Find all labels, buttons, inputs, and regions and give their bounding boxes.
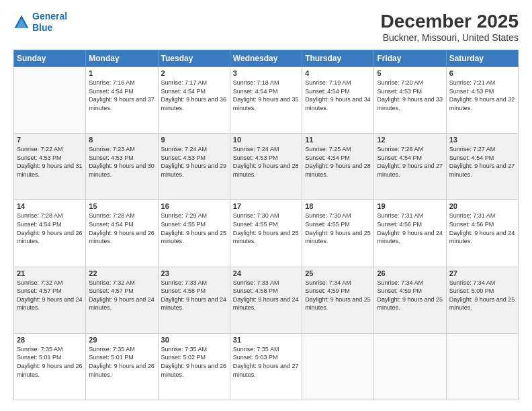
table-row: 1Sunrise: 7:16 AMSunset: 4:54 PMDaylight… (86, 67, 158, 134)
day-number: 9 (161, 136, 227, 144)
day-info: Sunrise: 7:35 AMSunset: 5:02 PMDaylight:… (161, 345, 227, 379)
day-info: Sunrise: 7:26 AMSunset: 4:54 PMDaylight:… (377, 145, 443, 179)
day-info: Sunrise: 7:18 AMSunset: 4:54 PMDaylight:… (233, 79, 299, 112)
col-wednesday: Wednesday (230, 50, 302, 67)
logo-icon (13, 14, 30, 30)
table-row: 12Sunrise: 7:26 AMSunset: 4:54 PMDayligh… (374, 134, 446, 200)
day-info: Sunrise: 7:21 AMSunset: 4:53 PMDaylight:… (449, 79, 515, 112)
table-row: 11Sunrise: 7:25 AMSunset: 4:54 PMDayligh… (302, 134, 374, 200)
day-info: Sunrise: 7:35 AMSunset: 5:01 PMDaylight:… (17, 345, 83, 379)
col-monday: Monday (86, 50, 158, 67)
day-number: 29 (89, 336, 154, 344)
table-row: 23Sunrise: 7:33 AMSunset: 4:58 PMDayligh… (158, 267, 230, 333)
day-number: 5 (377, 69, 443, 77)
table-row: 22Sunrise: 7:32 AMSunset: 4:57 PMDayligh… (86, 267, 158, 333)
table-row (14, 67, 86, 134)
logo-line1: General (32, 11, 67, 21)
col-tuesday: Tuesday (158, 50, 230, 67)
day-info: Sunrise: 7:24 AMSunset: 4:53 PMDaylight:… (233, 145, 299, 179)
table-row: 30Sunrise: 7:35 AMSunset: 5:02 PMDayligh… (158, 333, 230, 400)
day-info: Sunrise: 7:23 AMSunset: 4:53 PMDaylight:… (89, 145, 154, 179)
table-row: 16Sunrise: 7:29 AMSunset: 4:55 PMDayligh… (158, 200, 230, 267)
day-info: Sunrise: 7:28 AMSunset: 4:54 PMDaylight:… (89, 212, 154, 245)
table-row: 4Sunrise: 7:19 AMSunset: 4:54 PMDaylight… (302, 67, 374, 134)
day-info: Sunrise: 7:17 AMSunset: 4:54 PMDaylight:… (161, 79, 227, 112)
calendar-week-row: 21Sunrise: 7:32 AMSunset: 4:57 PMDayligh… (14, 267, 519, 333)
calendar-table: Sunday Monday Tuesday Wednesday Thursday… (13, 50, 519, 400)
table-row: 2Sunrise: 7:17 AMSunset: 4:54 PMDaylight… (158, 67, 230, 134)
day-number: 12 (377, 136, 443, 144)
table-row (302, 333, 374, 400)
day-number: 3 (233, 69, 299, 77)
day-number: 23 (161, 269, 227, 277)
header: General Blue December 2025 Buckner, Miss… (13, 11, 519, 43)
calendar-week-row: 28Sunrise: 7:35 AMSunset: 5:01 PMDayligh… (14, 333, 519, 400)
table-row: 15Sunrise: 7:28 AMSunset: 4:54 PMDayligh… (86, 200, 158, 267)
day-info: Sunrise: 7:19 AMSunset: 4:54 PMDaylight:… (305, 79, 371, 112)
calendar-week-row: 1Sunrise: 7:16 AMSunset: 4:54 PMDaylight… (14, 67, 519, 134)
day-number: 4 (305, 69, 371, 77)
col-friday: Friday (374, 50, 446, 67)
col-thursday: Thursday (302, 50, 374, 67)
day-info: Sunrise: 7:20 AMSunset: 4:53 PMDaylight:… (377, 79, 443, 112)
title-block: December 2025 Buckner, Missouri, United … (381, 11, 519, 43)
day-number: 20 (449, 202, 515, 210)
day-number: 18 (305, 202, 371, 210)
calendar-header-row: Sunday Monday Tuesday Wednesday Thursday… (14, 50, 519, 67)
day-number: 14 (17, 202, 83, 210)
table-row: 18Sunrise: 7:30 AMSunset: 4:55 PMDayligh… (302, 200, 374, 267)
day-number: 8 (89, 136, 154, 144)
day-info: Sunrise: 7:24 AMSunset: 4:53 PMDaylight:… (161, 145, 227, 179)
logo-line2: Blue (32, 22, 52, 33)
table-row (446, 333, 518, 400)
day-info: Sunrise: 7:34 AMSunset: 4:59 PMDaylight:… (377, 279, 443, 312)
table-row: 20Sunrise: 7:31 AMSunset: 4:56 PMDayligh… (446, 200, 518, 267)
month-title: December 2025 (381, 11, 519, 32)
day-info: Sunrise: 7:30 AMSunset: 4:55 PMDaylight:… (305, 212, 371, 245)
table-row: 28Sunrise: 7:35 AMSunset: 5:01 PMDayligh… (14, 333, 86, 400)
table-row: 19Sunrise: 7:31 AMSunset: 4:56 PMDayligh… (374, 200, 446, 267)
table-row: 10Sunrise: 7:24 AMSunset: 4:53 PMDayligh… (230, 134, 302, 200)
day-number: 22 (89, 269, 154, 277)
table-row (374, 333, 446, 400)
table-row: 31Sunrise: 7:35 AMSunset: 5:03 PMDayligh… (230, 333, 302, 400)
day-info: Sunrise: 7:16 AMSunset: 4:54 PMDaylight:… (89, 79, 154, 112)
day-info: Sunrise: 7:28 AMSunset: 4:54 PMDaylight:… (17, 212, 83, 245)
day-info: Sunrise: 7:22 AMSunset: 4:53 PMDaylight:… (17, 145, 83, 179)
day-number: 21 (17, 269, 83, 277)
day-info: Sunrise: 7:33 AMSunset: 4:58 PMDaylight:… (161, 279, 227, 312)
day-number: 6 (449, 69, 515, 77)
table-row: 8Sunrise: 7:23 AMSunset: 4:53 PMDaylight… (86, 134, 158, 200)
day-number: 1 (89, 69, 154, 77)
day-number: 13 (449, 136, 515, 144)
table-row: 17Sunrise: 7:30 AMSunset: 4:55 PMDayligh… (230, 200, 302, 267)
day-number: 30 (161, 336, 227, 344)
day-info: Sunrise: 7:34 AMSunset: 4:59 PMDaylight:… (305, 279, 371, 312)
day-number: 17 (233, 202, 299, 210)
day-info: Sunrise: 7:29 AMSunset: 4:55 PMDaylight:… (161, 212, 227, 245)
day-number: 16 (161, 202, 227, 210)
col-saturday: Saturday (446, 50, 518, 67)
day-info: Sunrise: 7:27 AMSunset: 4:54 PMDaylight:… (449, 145, 515, 179)
calendar-week-row: 7Sunrise: 7:22 AMSunset: 4:53 PMDaylight… (14, 134, 519, 200)
logo: General Blue (13, 11, 67, 34)
table-row: 9Sunrise: 7:24 AMSunset: 4:53 PMDaylight… (158, 134, 230, 200)
calendar-week-row: 14Sunrise: 7:28 AMSunset: 4:54 PMDayligh… (14, 200, 519, 267)
table-row: 14Sunrise: 7:28 AMSunset: 4:54 PMDayligh… (14, 200, 86, 267)
table-row: 5Sunrise: 7:20 AMSunset: 4:53 PMDaylight… (374, 67, 446, 134)
table-row: 6Sunrise: 7:21 AMSunset: 4:53 PMDaylight… (446, 67, 518, 134)
table-row: 21Sunrise: 7:32 AMSunset: 4:57 PMDayligh… (14, 267, 86, 333)
table-row: 3Sunrise: 7:18 AMSunset: 4:54 PMDaylight… (230, 67, 302, 134)
day-number: 10 (233, 136, 299, 144)
day-number: 19 (377, 202, 443, 210)
day-number: 27 (449, 269, 515, 277)
day-info: Sunrise: 7:31 AMSunset: 4:56 PMDaylight:… (377, 212, 443, 245)
table-row: 26Sunrise: 7:34 AMSunset: 4:59 PMDayligh… (374, 267, 446, 333)
day-info: Sunrise: 7:35 AMSunset: 5:01 PMDaylight:… (89, 345, 154, 379)
day-number: 15 (89, 202, 154, 210)
day-info: Sunrise: 7:31 AMSunset: 4:56 PMDaylight:… (449, 212, 515, 245)
col-sunday: Sunday (14, 50, 86, 67)
day-number: 11 (305, 136, 371, 144)
day-number: 26 (377, 269, 443, 277)
day-number: 28 (17, 336, 83, 344)
